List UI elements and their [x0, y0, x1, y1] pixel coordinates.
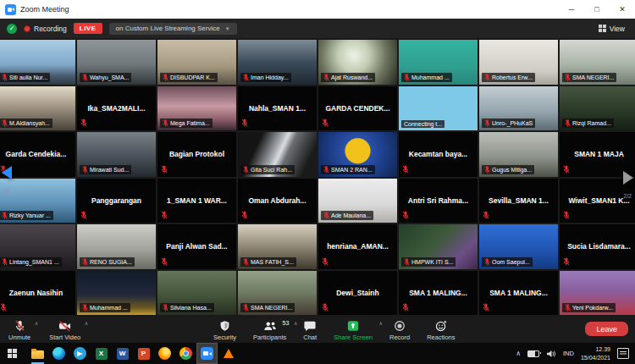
action-center-icon[interactable] — [617, 348, 629, 359]
battery-icon[interactable] — [527, 350, 539, 357]
security-button[interactable]: Security — [208, 317, 241, 343]
participant-tile[interactable]: Kecamtan baya... — [399, 132, 478, 177]
participant-tile[interactable]: Muhammad ... — [399, 40, 478, 85]
participants-button[interactable]: Participants 53 ∧ — [248, 317, 291, 343]
participant-tile[interactable]: Iman Hidday... — [238, 40, 317, 85]
participant-tile[interactable]: HMPWK ITI S... — [399, 224, 478, 269]
participant-tile[interactable]: Mega Fatima... — [157, 86, 236, 131]
participant-name: Dewi_Stainh — [318, 271, 397, 316]
previous-page-arrow[interactable] — [2, 166, 12, 179]
chevron-up-icon[interactable]: ∧ — [85, 320, 88, 326]
participant-tile[interactable]: Oman Abdurah... — [238, 179, 317, 223]
reactions-button[interactable]: Reactions — [422, 317, 460, 343]
word-icon[interactable]: W — [112, 343, 133, 364]
windows-logo-icon — [8, 349, 12, 353]
participant-name: Sucia Lisdamara... — [560, 224, 635, 269]
participant-tile[interactable]: Siti aulia Nur... — [0, 40, 75, 85]
telegram-icon[interactable] — [69, 343, 91, 364]
participant-tile[interactable]: Mirawati Sud... — [77, 132, 156, 177]
participant-name: Gita Suci Rah... — [251, 167, 292, 173]
participant-tile[interactable]: Sevilla_SMAN 1... — [479, 179, 558, 223]
participant-tile[interactable]: Panggarangan — [77, 179, 156, 223]
participant-tile[interactable]: Zaenun Nasihin — [0, 271, 75, 316]
participant-tile[interactable]: SMAN 2 RAN... — [318, 132, 397, 177]
taskbar-clock[interactable]: 12.39 15/04/2021 — [581, 345, 610, 361]
participant-tile[interactable]: SMA 1 MALING... — [479, 271, 558, 316]
system-tray: ∧ IND 12.39 15/04/2021 — [516, 345, 635, 361]
participant-tile[interactable]: Yeni Pokdarw... — [560, 271, 635, 316]
explorer-icon[interactable] — [27, 343, 48, 364]
participant-tile[interactable]: 1_SMAN 1 WAR... — [157, 179, 236, 223]
maximize-icon[interactable]: □ — [584, 0, 610, 19]
participant-tile[interactable]: Gita Suci Rah... — [238, 132, 317, 177]
participant-name: SMA 1 MALING... — [399, 271, 478, 316]
unmute-button[interactable]: Unmute ∧ — [3, 317, 36, 343]
participant-tile[interactable]: Robertus Erw... — [479, 40, 558, 85]
leave-button[interactable]: Leave — [585, 322, 628, 336]
participant-label: SMA NEGERI... — [240, 303, 295, 312]
taskbar-icons: XWP — [27, 343, 239, 364]
powerpoint-icon[interactable]: P — [133, 343, 154, 364]
share-screen-button[interactable]: Share Screen ∧ — [329, 317, 378, 343]
participant-name: Yeni Pokdarw... — [572, 305, 613, 311]
view-button[interactable]: View — [599, 25, 628, 33]
encryption-shield-icon[interactable]: ✓ — [7, 24, 17, 34]
close-icon[interactable]: ✕ — [610, 0, 635, 19]
participant-name: HMPWK ITI S... — [411, 259, 453, 265]
participant-tile[interactable]: MAS FATIH_S... — [238, 224, 317, 269]
start-video-button[interactable]: Start Video ∧ — [44, 317, 86, 343]
clock-date: 15/04/2021 — [581, 355, 610, 361]
participant-tile[interactable]: SMAN 1 MAJA — [560, 132, 635, 177]
chevron-up-icon[interactable]: ∧ — [294, 320, 297, 326]
participant-tile[interactable]: Connecting t... — [399, 86, 478, 131]
record-button[interactable]: Record — [384, 317, 415, 343]
excel-icon[interactable]: X — [91, 343, 112, 364]
participant-tile[interactable]: SMA NEGERI... — [238, 271, 317, 316]
participant-tile[interactable]: Rizky Yanuar ... — [0, 179, 75, 223]
speaker-icon[interactable] — [546, 350, 556, 358]
participant-tile[interactable]: Wahyu_SMA... — [77, 40, 156, 85]
participant-tile[interactable]: Panji Alwan Sad... — [157, 224, 236, 269]
participant-gallery: Siti aulia Nur... Wahyu_SMA... DISBUDPAR… — [0, 38, 635, 317]
minimize-icon[interactable]: ─ — [559, 0, 584, 19]
participant-tile[interactable]: Unro-_PHuKaS — [479, 86, 558, 131]
participant-tile[interactable]: henriana_AMAN... — [318, 224, 397, 269]
participant-tile[interactable]: RENO SUGIA... — [77, 224, 156, 269]
edge-icon[interactable] — [48, 343, 69, 364]
language-indicator[interactable]: IND — [563, 350, 574, 357]
chevron-up-icon[interactable]: ∧ — [35, 320, 38, 326]
participant-tile[interactable]: DISBUDPAR K... — [157, 40, 236, 85]
participant-tile[interactable]: Sucia Lisdamara... — [560, 224, 635, 269]
participant-tile[interactable]: Oom Saepul... — [479, 224, 558, 269]
zoom-icon[interactable] — [196, 343, 218, 364]
participant-tile[interactable]: Ade Maulana... — [318, 179, 397, 223]
participant-tile[interactable]: Ajat Ruswand... — [318, 40, 397, 85]
chevron-up-icon[interactable]: ∧ — [379, 320, 383, 326]
participant-tile[interactable]: Bagian Protokol — [157, 132, 236, 177]
window-title: Zoom Meeting — [20, 5, 69, 14]
participant-tile[interactable]: SMA NEGERI... — [560, 40, 635, 85]
tray-expand-icon[interactable]: ∧ — [516, 350, 521, 357]
chat-button[interactable]: Chat — [298, 317, 322, 343]
stream-service-pill[interactable]: on Custom Live Streaming Service ▼ — [109, 23, 237, 35]
participant-tile[interactable]: Silviana Hasa... — [157, 271, 236, 316]
participant-tile[interactable]: Dewi_Stainh — [318, 271, 397, 316]
participant-tile[interactable]: Lintang_SMAN1 ... — [0, 224, 75, 269]
participant-name: Lintang_SMAN1 ... — [9, 259, 59, 265]
firefox-icon[interactable] — [154, 343, 175, 364]
participant-tile[interactable]: GARDA CENDEK... — [318, 86, 397, 131]
start-button[interactable] — [0, 343, 24, 364]
participant-tile[interactable]: Rizqi Ramad... — [560, 86, 635, 131]
participant-tile[interactable]: Ika_SMA2MALI... — [77, 86, 156, 131]
next-page-arrow[interactable] — [623, 171, 633, 185]
participant-tile[interactable]: Nahla_SMAN 1... — [238, 86, 317, 131]
participant-tile[interactable]: Antri Sri Rahma... — [399, 179, 478, 223]
participant-tile[interactable]: Wiwit_SMAN1 K... — [560, 179, 635, 223]
participant-tile[interactable]: Muhammad ... — [77, 271, 156, 316]
recording-indicator[interactable]: Recording — [24, 25, 67, 33]
participant-tile[interactable]: SMA 1 MALING... — [399, 271, 478, 316]
participant-tile[interactable]: Gugus Mitiga... — [479, 132, 558, 177]
vlc-icon[interactable] — [218, 343, 239, 364]
participant-tile[interactable]: M.Aldiansyah... — [0, 86, 75, 131]
chrome-icon[interactable] — [175, 343, 196, 364]
